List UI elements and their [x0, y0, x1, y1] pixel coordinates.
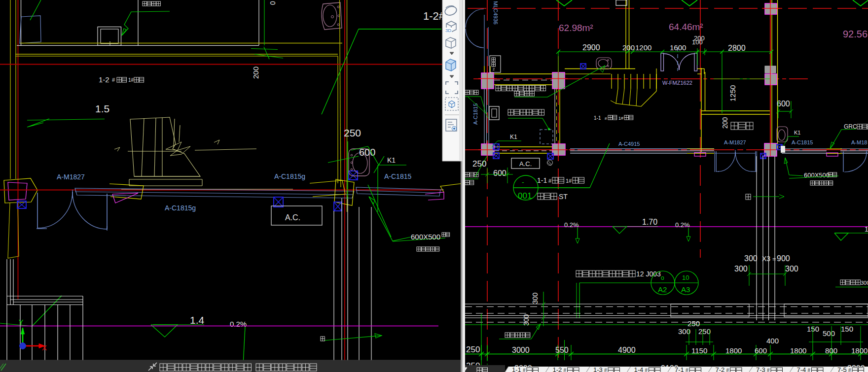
svg-text:300: 300 — [861, 280, 868, 286]
svg-text:2: 2 — [493, 68, 495, 71]
svg-text:600: 600 — [493, 169, 506, 177]
svg-text:1-4: 1-4 — [634, 366, 644, 372]
svg-text:1800: 1800 — [790, 346, 806, 355]
svg-text:400: 400 — [766, 337, 779, 345]
svg-text:1.5: 1.5 — [95, 103, 109, 114]
svg-text:1250: 1250 — [728, 85, 737, 101]
svg-text:0: 0 — [269, 1, 277, 5]
svg-text:2800: 2800 — [728, 44, 746, 52]
svg-text:#: # — [645, 368, 648, 372]
svg-text:#: # — [808, 368, 811, 372]
svg-text:A-M1827: A-M1827 — [724, 139, 746, 145]
svg-text:250: 250 — [472, 159, 486, 169]
svg-text:X3: X3 — [762, 255, 770, 263]
svg-text:1150: 1150 — [691, 346, 707, 355]
svg-text:0.2%: 0.2% — [675, 221, 690, 229]
svg-text:150: 150 — [841, 325, 853, 333]
svg-text:92.56: 92.56 — [843, 29, 868, 39]
svg-text:200: 200 — [721, 117, 729, 129]
svg-text:150: 150 — [807, 325, 819, 333]
svg-text:A.C.: A.C. — [519, 160, 532, 168]
svg-text:ST: ST — [559, 193, 568, 201]
svg-text:Y: Y — [19, 318, 24, 326]
svg-text:#: # — [604, 368, 607, 372]
svg-text:A-M1827: A-M1827 — [57, 173, 85, 181]
svg-text:1200: 1200 — [635, 43, 651, 52]
svg-text:2900: 2900 — [582, 43, 600, 52]
svg-text:A-C1815: A-C1815 — [384, 172, 411, 180]
svg-text:1800: 1800 — [851, 346, 868, 355]
svg-text:1: 1 — [865, 225, 868, 233]
svg-text:0.2%: 0.2% — [230, 320, 247, 328]
svg-text:300: 300 — [734, 265, 748, 273]
svg-text:A-C4915: A-C4915 — [618, 141, 640, 147]
svg-text:W-FMZ1622: W-FMZ1622 — [662, 80, 692, 86]
svg-text:10: 10 — [682, 274, 689, 281]
svg-text:=: = — [772, 255, 776, 263]
svg-text:1800: 1800 — [725, 346, 742, 355]
svg-text:12 J003: 12 J003 — [636, 270, 661, 278]
svg-text:1-1: 1-1 — [537, 176, 547, 184]
svg-text:100: 100 — [692, 38, 703, 46]
svg-text:7-1: 7-1 — [675, 366, 684, 372]
svg-text:A-C1815: A-C1815 — [792, 139, 813, 145]
svg-text:A2: A2 — [658, 285, 667, 294]
svg-text:1-3: 1-3 — [593, 366, 603, 372]
svg-text:A-C1815: A-C1815 — [472, 103, 478, 125]
svg-text:3000: 3000 — [512, 346, 530, 354]
svg-text:300: 300 — [744, 254, 758, 263]
svg-text:7-4: 7-4 — [797, 366, 806, 372]
svg-text:1#: 1# — [618, 116, 623, 121]
svg-text:1-2: 1-2 — [553, 366, 562, 372]
svg-text:1#: 1# — [128, 77, 134, 83]
svg-text:1-1: 1-1 — [512, 366, 521, 372]
svg-text:#: # — [686, 368, 688, 372]
svg-text:7-5: 7-5 — [837, 366, 847, 372]
svg-text:250: 250 — [466, 345, 480, 354]
svg-text:A-M18: A-M18 — [851, 139, 867, 145]
svg-text:3D: 3D — [445, 28, 451, 33]
svg-text:600: 600 — [777, 100, 790, 108]
svg-text:#: # — [848, 368, 851, 372]
svg-text:1-1: 1-1 — [594, 115, 601, 121]
svg-text:7-2: 7-2 — [716, 366, 725, 372]
svg-text:300: 300 — [785, 265, 798, 273]
svg-text:200: 200 — [252, 67, 260, 79]
svg-text:250: 250 — [698, 327, 711, 336]
svg-text:K1: K1 — [794, 130, 800, 135]
svg-text:7-3: 7-3 — [756, 366, 765, 372]
svg-text:62.98m²: 62.98m² — [559, 23, 593, 33]
svg-text:1-2#: 1-2# — [423, 10, 445, 22]
svg-text:550: 550 — [555, 346, 569, 354]
svg-text:600: 600 — [359, 147, 375, 158]
svg-text:900: 900 — [777, 254, 790, 263]
svg-text:300: 300 — [522, 314, 530, 326]
svg-text:1.4: 1.4 — [190, 314, 205, 326]
svg-text:K1: K1 — [387, 156, 396, 164]
svg-text:250: 250 — [687, 319, 700, 328]
svg-text:-: - — [522, 178, 524, 186]
svg-text:800: 800 — [825, 346, 837, 355]
svg-text:1600: 1600 — [670, 43, 686, 52]
svg-text:4900: 4900 — [618, 346, 636, 354]
svg-text:300: 300 — [531, 292, 539, 304]
svg-text:#: # — [564, 368, 567, 372]
svg-text:1.70: 1.70 — [642, 218, 657, 226]
svg-text:#: # — [548, 178, 552, 184]
svg-text:600X500: 600X500 — [411, 233, 440, 241]
svg-text:X: X — [42, 343, 47, 352]
svg-text:001: 001 — [518, 191, 532, 201]
svg-text:#: # — [112, 77, 115, 83]
svg-text:A3: A3 — [681, 285, 690, 294]
svg-text:o: o — [661, 274, 664, 281]
svg-text:A.C.: A.C. — [285, 213, 300, 222]
svg-text:K1: K1 — [510, 134, 517, 140]
svg-text:1-2: 1-2 — [99, 75, 109, 84]
svg-text:200: 200 — [622, 43, 635, 52]
svg-text:600X500: 600X500 — [804, 171, 830, 179]
svg-text:A-C1815g: A-C1815g — [274, 172, 305, 180]
svg-text:64.46m²: 64.46m² — [669, 22, 703, 32]
svg-text:#: # — [726, 368, 729, 372]
svg-text:600: 600 — [755, 346, 767, 355]
svg-text:500: 500 — [823, 329, 835, 338]
